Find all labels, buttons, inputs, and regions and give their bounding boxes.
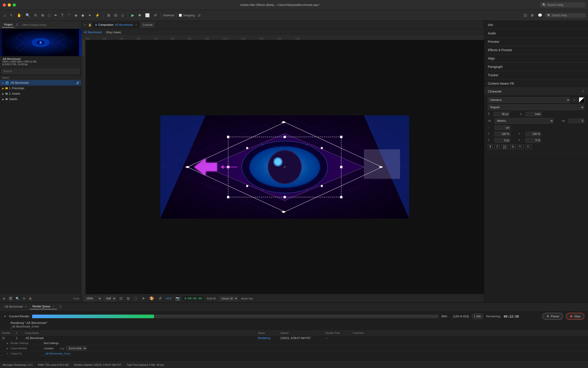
panel-item-effects[interactable]: Effects & Presets [484, 46, 588, 54]
pause-button[interactable]: ⏸ Pause [542, 313, 563, 320]
breadcrumb-root[interactable]: AE Benchmark [84, 31, 102, 34]
file-item-assets[interactable]: ▶ 2. Assets [0, 91, 81, 96]
tab-close-icon[interactable]: ✕ [82, 23, 87, 27]
scale-v-input[interactable] [525, 132, 541, 136]
om-expand[interactable]: ▶ [7, 347, 9, 350]
comment-btn[interactable]: 💬 [536, 12, 544, 18]
comp-viewport[interactable] [86, 40, 484, 294]
file-item-salads[interactable]: ▶ Salads [0, 96, 81, 102]
font-family-select[interactable]: Helvetica [488, 97, 570, 103]
file-item-precomps[interactable]: ▶ 1. Precomps [0, 85, 81, 91]
rotation-tool[interactable]: ↻ [33, 12, 38, 18]
new-comp-btn[interactable]: 🎬 [8, 296, 13, 301]
dependencies-btn[interactable]: ⚙ [22, 296, 27, 301]
panel-item-info[interactable]: Info [484, 21, 588, 29]
add-btn[interactable]: ✚ [137, 12, 143, 18]
panel-item-preview[interactable]: Preview [484, 37, 588, 46]
search-replace-btn[interactable]: 🔍 [15, 296, 20, 301]
close-button[interactable] [3, 3, 6, 7]
baseline-input[interactable] [495, 138, 510, 143]
camera-sync-btn[interactable]: ⊕ [529, 12, 535, 18]
italic-btn[interactable]: T [495, 144, 499, 149]
tab-composition[interactable]: Composition AE Benchmark ✕ [92, 22, 140, 28]
bottom-tab-render[interactable]: Render Queue ✕ [30, 304, 57, 309]
bottom-tab-render-close[interactable]: ✕ [52, 305, 54, 308]
rq-check[interactable]: ☑ [2, 337, 16, 340]
om-val[interactable]: Lossless [44, 347, 53, 350]
brush-tool[interactable]: ⌃ [66, 12, 72, 18]
select-tool[interactable]: ↖ [9, 12, 14, 18]
timecode-display[interactable]: 0:00:05:06 [183, 296, 204, 301]
trash-btn[interactable]: 🗑 [28, 296, 33, 301]
tab-project[interactable]: Project [2, 22, 14, 28]
new-folder-btn[interactable]: ⊞ [2, 296, 6, 301]
extra-tool[interactable]: ⚡ [94, 12, 101, 18]
refresh-btn[interactable]: ↺ [157, 295, 163, 302]
home-button[interactable]: ⌂ [2, 12, 7, 18]
view-mode-btn[interactable]: ⧉ [125, 295, 131, 302]
renderer-select[interactable]: Classic 3D [219, 296, 238, 301]
rs-val[interactable]: Best Settings [44, 342, 59, 344]
puppet-tool[interactable]: ✦ [87, 12, 92, 18]
font-eyedropper[interactable]: ✏ [572, 98, 577, 102]
titlebar-search[interactable]: 🔍 Search Help [540, 2, 585, 8]
monitor-btn[interactable]: ⊡ [522, 12, 528, 18]
align-horiz[interactable]: ⊞ [106, 12, 111, 18]
character-menu-icon[interactable]: ☰ [582, 90, 584, 93]
bottom-tab-benchmark-close[interactable]: ✕ [25, 305, 27, 308]
tab-close-x[interactable]: ✕ [135, 24, 137, 26]
align-vert[interactable]: ⊟ [113, 12, 118, 18]
zoom-select[interactable]: 100% [84, 296, 102, 301]
text-tool[interactable]: T [60, 12, 65, 18]
toolbar-search-box[interactable]: 🔍 Search Help [545, 13, 586, 18]
file-item-ae-benchmark[interactable]: ▶ .AE Benchmark 🔗 [0, 80, 81, 85]
panel-item-caf[interactable]: Content-Aware Fill [484, 79, 588, 88]
panel-item-tracker[interactable]: Tracker [484, 71, 588, 79]
hand-tool[interactable]: ✋ [16, 12, 23, 18]
leading-input[interactable] [526, 112, 542, 116]
draft-3d-btn[interactable]: Draft 3D [205, 296, 217, 301]
tab-effect-controls[interactable]: Effect Controls (none) [20, 23, 48, 27]
character-panel-header[interactable]: Character ☰ [484, 88, 588, 95]
rq-row-1[interactable]: ☑ 1 .AE Benchmark Rendering 2/25/21, 8:5… [0, 335, 588, 341]
log-select[interactable]: Errors Only [66, 346, 87, 350]
cycle-btn[interactable]: ↺ [152, 12, 158, 18]
panel-item-paragraph[interactable]: Paragraph [484, 63, 588, 71]
snapshot-btn[interactable]: 📷 [174, 295, 181, 302]
color-correct-btn[interactable]: 🎨 [148, 295, 155, 302]
allcaps-btn[interactable]: TT [501, 144, 508, 149]
cr-chevron[interactable]: ▼ [4, 315, 6, 318]
font-size-input[interactable] [494, 112, 509, 116]
panel-item-align[interactable]: Align [484, 54, 588, 63]
fullscreen-button[interactable] [13, 3, 16, 7]
ot-val[interactable]: _AE Benchmark_3.mov [44, 352, 71, 355]
snapping-extra[interactable]: ⥄ [196, 12, 202, 18]
anchor-tool[interactable]: ⊕ [40, 12, 45, 18]
clone-tool[interactable]: ◈ [73, 12, 79, 18]
spacing-input[interactable] [495, 125, 510, 130]
stop-button[interactable]: ⏹ Stop [566, 313, 584, 320]
exposure-btn[interactable]: ☀ [141, 295, 146, 302]
scale-h-input[interactable] [495, 132, 510, 136]
font-style-select[interactable]: Regular [488, 105, 584, 110]
rect-btn[interactable]: ⬜ [144, 12, 151, 18]
panel-menu-icon[interactable]: ☰ [16, 23, 18, 27]
snapping-checkbox[interactable] [179, 14, 182, 17]
char-color-swatch[interactable] [579, 97, 584, 103]
shape-tool[interactable]: □ [47, 12, 52, 18]
tsf-input[interactable] [525, 138, 541, 143]
tab-console[interactable]: Console [140, 22, 156, 28]
eraser-tool[interactable]: ◆ [80, 12, 86, 18]
fit-comp-btn[interactable]: ⊡ [118, 295, 124, 302]
info-popup-btn[interactable]: ℹ Info [472, 313, 483, 319]
quality-select[interactable]: Half [104, 296, 116, 301]
rs-expand[interactable]: ▶ [7, 342, 9, 344]
sub-btn[interactable]: T↓ [526, 145, 532, 149]
bold-btn[interactable]: T [488, 144, 493, 149]
kerning-select[interactable]: Metrics [495, 118, 554, 124]
bottom-tab-menu[interactable]: ☰ [59, 305, 62, 308]
panel-item-audio[interactable]: Audio [484, 29, 588, 37]
project-search-input[interactable] [1, 69, 80, 74]
zoom-tool[interactable]: 🔍 [24, 12, 31, 18]
play-button[interactable]: ▶ [130, 12, 135, 18]
